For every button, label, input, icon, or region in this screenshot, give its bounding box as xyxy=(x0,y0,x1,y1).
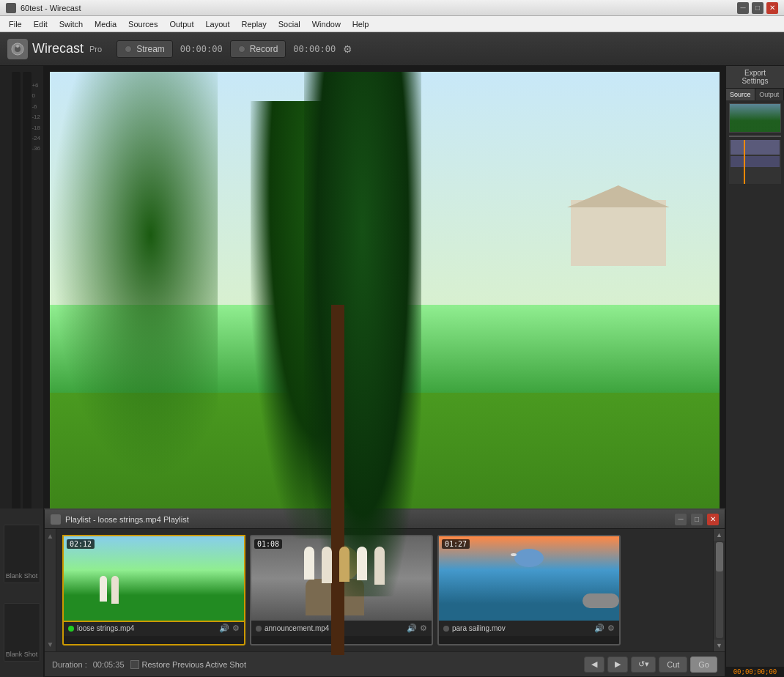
window-title: 60test - Wirecast xyxy=(21,4,733,12)
next-button[interactable]: ▶ xyxy=(607,656,628,673)
maximize-button[interactable]: □ xyxy=(752,2,763,14)
blank-shot-1-label: Blank Shot xyxy=(6,572,38,580)
menu-output[interactable]: Output xyxy=(163,18,199,30)
restore-checkbox[interactable] xyxy=(130,660,139,669)
timeline-track-2 xyxy=(731,156,780,167)
item-3-audio-icon: 🔊 xyxy=(594,624,604,633)
main-area: +6 0 -6 -12 -18 -24 -36 xyxy=(0,66,784,677)
menu-replay[interactable]: Replay xyxy=(236,18,273,30)
menu-switch[interactable]: Switch xyxy=(53,18,89,30)
toolbar: Wirecast Pro Stream 00:00:00 Record 00:0… xyxy=(0,32,784,66)
menu-window[interactable]: Window xyxy=(306,18,347,30)
export-tabs: Source Output xyxy=(726,89,784,100)
cut-button[interactable]: Cut xyxy=(659,656,687,673)
item-3-duration: 01:27 xyxy=(442,539,470,549)
playlist-footer: Duration : 00:05:35 Restore Previous Act… xyxy=(45,651,725,676)
item-2-active-dot xyxy=(256,626,262,632)
playlist-scrollbar: ▲ ▼ xyxy=(713,529,725,651)
export-timeline xyxy=(729,140,781,184)
go-button[interactable]: Go xyxy=(690,656,717,673)
menu-file[interactable]: File xyxy=(3,18,28,30)
record-timer: 00:00:00 xyxy=(293,44,336,54)
export-settings-panel: Export Settings Source Output 00;00;00;0… xyxy=(725,66,784,677)
scrollbar-up-arrow[interactable]: ▲ xyxy=(714,529,725,541)
duration-value: 00:05:35 xyxy=(93,660,125,669)
item-3-filename: para sailing.mov xyxy=(452,624,591,632)
vu-mark-neg36: -36 xyxy=(32,144,40,154)
titlebar: 60test - Wirecast ─ □ ✕ xyxy=(0,0,784,16)
blank-shots-panel: Blank Shot Blank Shot xyxy=(0,508,44,677)
prev-button[interactable]: ◀ xyxy=(584,656,604,673)
vu-mark-neg12: -12 xyxy=(32,112,40,122)
vu-mark-plus6: +6 xyxy=(32,81,40,91)
timeline-cursor xyxy=(744,140,745,184)
item-1-audio-icon: 🔊 xyxy=(219,624,229,633)
playlist-close-button[interactable]: ✕ xyxy=(707,514,719,525)
scrollbar-down-arrow[interactable]: ▼ xyxy=(714,640,725,651)
item-3-footer: para sailing.mov 🔊 ⚙ xyxy=(439,621,619,636)
vu-mark-neg6: -6 xyxy=(32,102,40,112)
export-tab-output[interactable]: Output xyxy=(755,89,785,100)
menu-sources[interactable]: Sources xyxy=(122,18,163,30)
playlist-maximize-button[interactable]: □ xyxy=(691,514,703,525)
blank-shot-1[interactable]: Blank Shot xyxy=(4,525,40,583)
playlist-nav-buttons: ◀ ▶ ↺▾ Cut Go xyxy=(584,656,717,673)
playlist-icon xyxy=(51,514,61,525)
item-2-duration: 01:08 xyxy=(254,539,282,549)
scrollbar-track[interactable] xyxy=(716,542,723,638)
menu-media[interactable]: Media xyxy=(89,18,122,30)
record-button[interactable]: Record xyxy=(230,40,286,58)
menu-layout[interactable]: Layout xyxy=(199,18,235,30)
logo-pro: Pro xyxy=(89,45,102,53)
item-1-settings-icon[interactable]: ⚙ xyxy=(232,624,240,633)
menu-edit[interactable]: Edit xyxy=(28,18,53,30)
scroll-down-arrow[interactable]: ▼ xyxy=(47,640,54,648)
blank-shot-2[interactable]: Blank Shot xyxy=(4,603,40,662)
svg-point-2 xyxy=(16,45,19,48)
record-label: Record xyxy=(250,44,278,54)
export-tab-source[interactable]: Source xyxy=(726,89,755,100)
scroll-up-arrow[interactable]: ▲ xyxy=(47,532,54,540)
minimize-button[interactable]: ─ xyxy=(737,2,749,14)
item-2-audio-icon: 🔊 xyxy=(407,624,417,633)
vu-mark-0: 0 xyxy=(32,91,40,101)
playlist-item-1[interactable]: 02:12 loose strings.mp4 🔊 ⚙ xyxy=(62,535,245,645)
stream-label: Stream xyxy=(136,44,165,54)
stream-button[interactable]: Stream xyxy=(117,40,173,58)
vu-mark-neg18: -18 xyxy=(32,123,40,133)
restore-checkbox-group: Restore Previous Active Shot xyxy=(130,660,246,669)
menu-help[interactable]: Help xyxy=(347,18,375,30)
playlist-scroll-left: ▲ ▼ xyxy=(45,529,56,651)
menu-social[interactable]: Social xyxy=(273,18,306,30)
playlist-item-3[interactable]: 01:27 para sailing.mov 🔊 ⚙ xyxy=(437,535,621,645)
refresh-button[interactable]: ↺▾ xyxy=(631,656,656,673)
item-3-active-dot xyxy=(443,626,449,632)
stream-timer: 00:00:00 xyxy=(180,44,223,54)
app-icon xyxy=(6,3,16,13)
item-1-active-dot xyxy=(68,626,74,632)
stream-dot xyxy=(125,45,132,53)
item-1-filename: loose strings.mp4 xyxy=(77,624,216,632)
export-thumbnail xyxy=(729,103,781,133)
playlist-minimize-button[interactable]: ─ xyxy=(675,514,687,525)
vu-mark-neg24: -24 xyxy=(32,133,40,144)
timeline-track-1 xyxy=(731,140,780,155)
item-3-settings-icon[interactable]: ⚙ xyxy=(607,624,615,633)
export-content xyxy=(726,100,784,667)
app-logo: Wirecast Pro xyxy=(7,39,102,59)
duration-label: Duration : xyxy=(52,660,87,669)
scrollbar-thumb xyxy=(716,542,723,571)
restore-label: Restore Previous Active Shot xyxy=(142,660,246,669)
blank-shot-2-label: Blank Shot xyxy=(6,651,38,658)
item-1-footer: loose strings.mp4 🔊 ⚙ xyxy=(64,621,244,636)
vu-scale: +6 0 -6 -12 -18 -24 -36 xyxy=(32,81,40,155)
logo-text: Wirecast xyxy=(32,41,84,56)
timecode-display: 00;00;00;00 xyxy=(726,667,784,677)
settings-icon[interactable]: ⚙ xyxy=(343,43,352,55)
logo-icon xyxy=(7,39,28,59)
menubar: File Edit Switch Media Sources Output La… xyxy=(0,16,784,32)
close-button[interactable]: ✕ xyxy=(766,2,778,14)
item-2-settings-icon[interactable]: ⚙ xyxy=(420,624,427,633)
export-settings-header: Export Settings xyxy=(726,66,784,89)
record-dot xyxy=(238,45,245,53)
